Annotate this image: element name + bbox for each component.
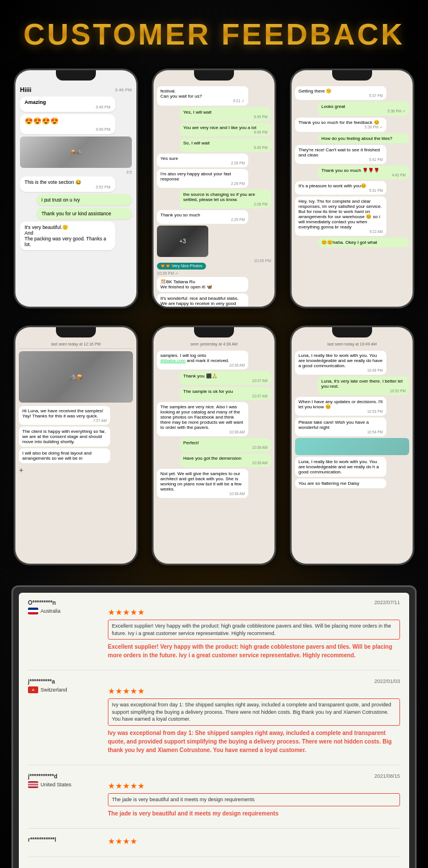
phone-1: Hiiii 3:46 PM Amazing 3:46 PM 😍😍😍😍 3:46 … xyxy=(10,69,142,308)
reviewer-1-country: Australia xyxy=(28,608,102,614)
phone-3: Getting there 🙂 5:37 PM Looks great 5:38… xyxy=(286,69,418,308)
phone-2-badge: 🦁🦁 Very Nice Photos xyxy=(157,263,206,270)
reviewer-2-country: + Switzerland xyxy=(28,686,102,693)
phone-6-content: last seen today at 10:49 AM Luna, I real… xyxy=(292,327,413,564)
phone-2-frame: festival.Can you wait for us? 9:21 ✓ Yes… xyxy=(152,69,276,308)
phone-4-msg-3: I will also be doing final layout and ar… xyxy=(19,448,110,463)
reviewer-3-country-name: United States xyxy=(41,782,71,787)
review-1-date: 2022/07/11 xyxy=(108,600,400,605)
reviewer-1-id: O*********n xyxy=(28,600,102,606)
review-4-stars: ★★★★ xyxy=(108,837,400,846)
review-2-left: j**********a + Switzerland xyxy=(28,678,102,757)
phone-3-msg-6: Thank you so much 🌹🌹🌹 4:42 PM xyxy=(318,166,409,179)
phone-5-msg-6: Have you got the demension 10:38 AM xyxy=(180,453,271,467)
phone-4-msg-2: The client is happy with everything so f… xyxy=(19,427,110,447)
review-2-date: 2022/01/03 xyxy=(108,678,400,684)
phone-2-msg-8: Thank you so much 2:29 PM xyxy=(157,210,248,224)
phone-3-msg-4: How do you feeling about the tiles? xyxy=(318,134,409,143)
phone-2-screen: festival.Can you wait for us? 9:21 ✓ Yes… xyxy=(154,70,274,307)
phone-2-badge-time: 10:39 PM ✓ xyxy=(157,271,271,276)
review-1-left: O*********n Australia xyxy=(28,600,102,662)
phone-5: seen yesterday at 4:38 AM samples. I wil… xyxy=(148,326,280,565)
phone-4-msg-1: Hi Luna, we have received the samples! Y… xyxy=(19,406,110,425)
phone-2-msg-9: 🎊BK Tatiana RuWe finished to open it! 🦋 xyxy=(157,277,248,292)
phone-5-msg-1: samples. I will log ontoAlibaba.com and … xyxy=(157,351,248,369)
phone-3-msg-9: 😊😊haha. Okey I got what xyxy=(318,238,409,247)
review-1-right: 2022/07/11 ★★★★★ Excellent supplier! Ver… xyxy=(102,600,400,662)
review-row-1: O*********n Australia 2022/07/11 ★★★★★ E… xyxy=(28,600,400,670)
phone-3-msg-3: Thank you so much for the feedback 😊 5:3… xyxy=(295,118,386,132)
review-3-left: j***********d United States xyxy=(28,773,102,820)
phone-4-notch xyxy=(56,327,96,337)
phone-3-msg-5: They're nice! Can't wait to see it finis… xyxy=(295,145,386,164)
review-2-highlighted: Ivy was exceptional from day 1: She ship… xyxy=(108,729,400,754)
phone-5-msg-7: Not yet. We will give the samples to our… xyxy=(157,469,248,498)
review-1-text-box: Excellent supplier! Very happy with the … xyxy=(108,620,400,640)
reviewer-3-country: United States xyxy=(28,781,102,788)
phone-4-frame: last seen today at 12:16 PM 🪨📦 Hi Luna, … xyxy=(14,326,138,565)
phone-6-header: last seen today at 10:49 AM xyxy=(295,339,409,348)
phone-5-notch xyxy=(194,327,234,337)
phone-1-time-header: 3:46 PM xyxy=(115,87,132,93)
phone-2-msg-2: Yes, I will wait 9:45 PM xyxy=(180,107,271,121)
phone-5-msg-5: Perfect! 10:38 AM xyxy=(180,438,271,452)
phone-2-msg-1: festival.Can you wait for us? 9:21 ✓ xyxy=(157,86,248,106)
reviewer-4-id: r***********l xyxy=(28,837,102,843)
phone-5-content: seen yesterday at 4:38 AM samples. I wil… xyxy=(154,327,274,564)
phone-6: last seen today at 10:49 AM Luna, I real… xyxy=(286,326,418,565)
review-3-short-text: The jade is very beautiful and it meets … xyxy=(112,797,255,802)
phone-1-contact: Hiiii xyxy=(20,86,31,93)
phone-2-msg-7: the source is changing so if you are set… xyxy=(180,190,271,208)
add-icon[interactable]: + xyxy=(19,465,23,475)
reviewer-2-id: j**********a xyxy=(28,678,102,685)
phone-1-frame: Hiiii 3:46 PM Amazing 3:46 PM 😍😍😍😍 3:46 … xyxy=(14,69,138,308)
phone-2-msg-4: So, I will wait 9:45 PM xyxy=(180,138,271,152)
phone-4-screen: last seen today at 12:16 PM 🪨📦 Hi Luna, … xyxy=(15,327,136,564)
phone-5-screen: seen yesterday at 4:38 AM samples. I wil… xyxy=(154,327,274,564)
laptop-screen-outer: O*********n Australia 2022/07/11 ★★★★★ E… xyxy=(11,585,417,868)
phone-1-notch xyxy=(56,70,96,81)
review-4-right: ★★★★ xyxy=(102,837,400,849)
phone-3-msg-2: Looks great 5:38 PM ✓ xyxy=(318,102,409,116)
flag-us xyxy=(28,781,38,788)
phone-6-msg-2: Luna, it's very late over there. I bette… xyxy=(318,376,409,395)
phone-1-msg-3: This is the vote section 😂 3:52 PM xyxy=(20,176,115,192)
phone-3-msg-1: Getting there 🙂 5:37 PM xyxy=(295,86,386,100)
page-title: CUSTOMER FEEDBACK xyxy=(11,17,417,51)
phone-1-msg-4: I put trust on u Ivy xyxy=(37,194,132,206)
reviews-container: O*********n Australia 2022/07/11 ★★★★★ E… xyxy=(19,593,409,868)
phone-1-img-time: 3:5 xyxy=(20,170,132,174)
phone-1-msg-1: Amazing 3:46 PM xyxy=(20,97,115,112)
phone-5-msg-3: The sample is ok for you 10:37 AM xyxy=(180,387,271,400)
laptop-screen-inner: O*********n Australia 2022/07/11 ★★★★★ E… xyxy=(19,593,409,868)
phone-2-msg-6: I'm also very happy about your fast resp… xyxy=(157,169,248,188)
review-4-left: r***********l xyxy=(28,837,102,849)
phone-6-frame: last seen today at 10:49 AM Luna, I real… xyxy=(290,326,414,565)
phone-6-msg-4: Please take care! Wish you have a wonder… xyxy=(295,417,386,436)
review-2-short-text: Ivy was exceptional from day 1: She ship… xyxy=(112,702,391,722)
phone-6-notch xyxy=(332,327,372,337)
phone-6-msg-6: You are so flattering me Daisy xyxy=(295,479,386,488)
phone-6-msg-3: When I have any updates or decisions. I'… xyxy=(295,397,386,416)
phone-6-blur-1 xyxy=(295,438,409,455)
review-row-2: j**********a + Switzerland 2022/01/03 ★★… xyxy=(28,678,400,765)
phone-3-content: Getting there 🙂 5:37 PM Looks great 5:38… xyxy=(292,70,413,307)
reviewer-3-id: j***********d xyxy=(28,773,102,779)
phone-1-content: Hiiii 3:46 PM Amazing 3:46 PM 😍😍😍😍 3:46 … xyxy=(15,70,136,307)
review-3-highlighted: The jade is very beautiful and it meets … xyxy=(108,809,400,818)
phone-1-image: 📦🪨 xyxy=(20,136,132,168)
phone-4-actions: + xyxy=(19,465,133,475)
review-3-date: 2021/08/15 xyxy=(108,773,400,779)
phone-5-header: seen yesterday at 4:38 AM xyxy=(157,339,271,348)
phone-2-image: +3 xyxy=(157,226,208,257)
phone-3-notch xyxy=(332,70,372,81)
phone-4-header: last seen today at 12:16 PM xyxy=(19,339,133,349)
phone-2-img-time: 10:26 PM xyxy=(157,259,271,263)
phone-2: festival.Can you wait for us? 9:21 ✓ Yes… xyxy=(148,69,280,308)
phone-3-screen: Getting there 🙂 5:37 PM Looks great 5:38… xyxy=(292,70,413,307)
phone-6-msg-1: Luna, I really like to work with you. Yo… xyxy=(295,351,386,375)
phone-5-msg-4: The samples are very nice. Also I was lo… xyxy=(157,402,248,436)
review-row-3: j***********d United States 2021/08/15 ★… xyxy=(28,773,400,829)
flag-switzerland: + xyxy=(28,686,38,693)
header-section: CUSTOMER FEEDBACK xyxy=(0,0,428,63)
